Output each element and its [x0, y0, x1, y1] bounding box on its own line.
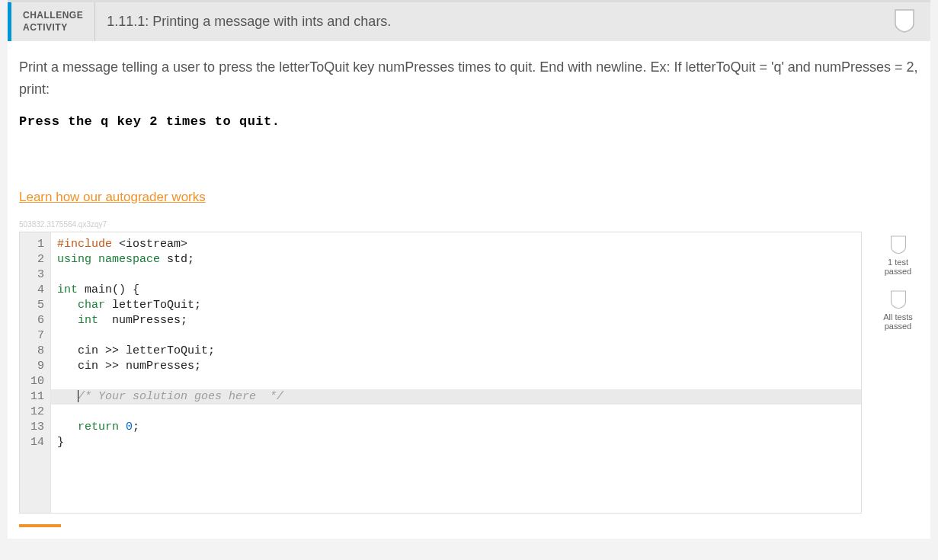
code-line[interactable]: cin >> letterToQuit; — [57, 344, 855, 359]
line-number: 12 — [30, 405, 44, 420]
code-line[interactable] — [57, 267, 855, 283]
code-line[interactable]: using namespace std; — [57, 252, 855, 267]
activity-panel: CHALLENGE ACTIVITY 1.11.1: Printing a me… — [8, 0, 930, 539]
code-line[interactable] — [57, 328, 855, 344]
code-line[interactable]: } — [57, 435, 855, 450]
badge-line2: ACTIVITY — [23, 22, 83, 34]
code-line[interactable]: char letterToQuit; — [57, 298, 855, 313]
code-editor[interactable]: 1234567891011121314 #include <iostream>u… — [19, 232, 862, 514]
test-badge-2-label: All tests passed — [877, 312, 919, 331]
test-badge-2[interactable]: All tests passed — [877, 290, 919, 331]
line-number: 3 — [30, 267, 44, 283]
editor-row: 1234567891011121314 #include <iostream>u… — [19, 232, 919, 514]
code-line[interactable] — [57, 405, 855, 420]
prompt-text: Print a message telling a user to press … — [19, 56, 919, 101]
activity-header: CHALLENGE ACTIVITY 1.11.1: Printing a me… — [8, 2, 930, 41]
line-number-gutter: 1234567891011121314 — [20, 232, 51, 513]
activity-title: 1.11.1: Printing a message with ints and… — [95, 14, 402, 30]
line-number: 6 — [30, 313, 44, 328]
line-number: 7 — [30, 328, 44, 344]
test-badge-1-label: 1 test passed — [877, 258, 919, 276]
activity-content: Print a message telling a user to press … — [8, 41, 930, 539]
watermark: 503832.3175564.qx3zqy7 — [19, 220, 919, 229]
line-number: 11 — [30, 389, 44, 405]
run-button[interactable] — [19, 524, 61, 527]
line-number: 9 — [30, 359, 44, 374]
line-number: 5 — [30, 298, 44, 313]
autograder-link[interactable]: Learn how our autograder works — [19, 190, 206, 205]
badge-line1: CHALLENGE — [23, 10, 83, 22]
code-line[interactable]: int main() { — [57, 283, 855, 298]
code-line[interactable]: return 0; — [57, 420, 855, 435]
code-line[interactable]: cin >> numPresses; — [57, 359, 855, 374]
line-number: 10 — [30, 374, 44, 389]
code-area[interactable]: #include <iostream>using namespace std; … — [51, 232, 861, 513]
line-number: 14 — [30, 435, 44, 450]
test-status-sidebar: 1 test passed All tests passed — [877, 232, 919, 514]
line-number: 13 — [30, 420, 44, 435]
line-number: 4 — [30, 283, 44, 298]
line-number: 1 — [30, 237, 44, 252]
code-line[interactable]: #include <iostream> — [57, 237, 855, 252]
code-line[interactable] — [57, 374, 855, 389]
line-number: 8 — [30, 344, 44, 359]
sample-output: Press the q key 2 times to quit. — [19, 114, 919, 129]
code-line[interactable]: /* Your solution goes here */ — [51, 389, 861, 405]
test-badge-1[interactable]: 1 test passed — [877, 235, 919, 276]
challenge-badge: CHALLENGE ACTIVITY — [11, 2, 95, 41]
line-number: 2 — [30, 252, 44, 267]
code-line[interactable]: int numPresses; — [57, 313, 855, 328]
progress-shield-icon[interactable] — [894, 8, 915, 36]
